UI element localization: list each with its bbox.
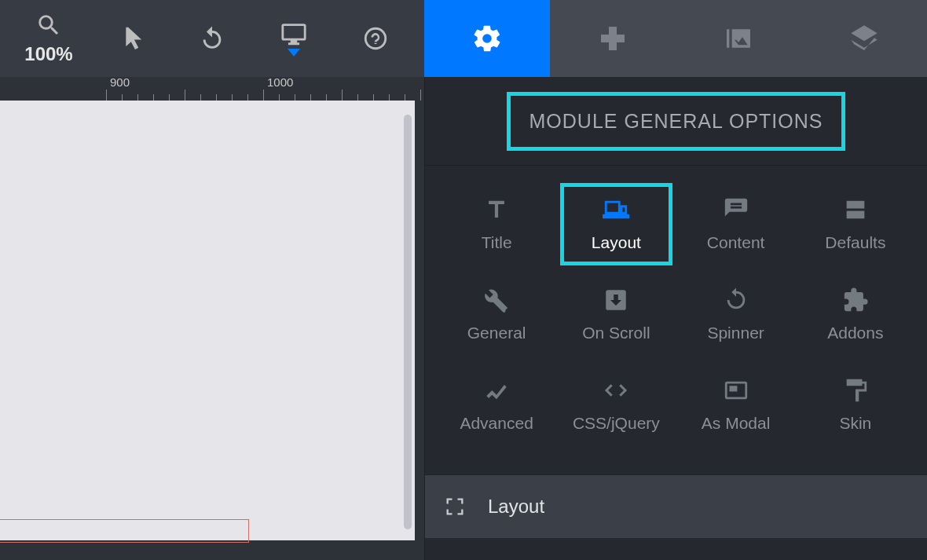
cursor-icon (117, 25, 144, 52)
option-asmodal[interactable]: As Modal (680, 364, 792, 446)
defaults-icon (842, 196, 869, 223)
sync-icon (723, 287, 749, 313)
layers-icon (848, 23, 880, 54)
ruler-mark: 900 (110, 75, 130, 89)
selection-rect[interactable] (0, 519, 249, 543)
top-toolbar: 100% (0, 0, 927, 77)
option-label: Defaults (825, 233, 885, 252)
undo-tool[interactable] (181, 0, 244, 77)
tab-navigation[interactable] (550, 0, 676, 77)
zoom-level-label: 100% (24, 43, 72, 65)
options-grid: Title Layout Content Defaults General On… (425, 166, 927, 475)
ruler-mark: 1000 (267, 75, 293, 89)
option-label: Spinner (707, 324, 764, 342)
polyline-icon (483, 377, 510, 404)
cursor-tool[interactable] (99, 0, 162, 77)
slides-icon (723, 23, 754, 54)
title-icon (483, 196, 510, 223)
paint-icon (842, 377, 869, 404)
option-onscroll[interactable]: On Scroll (560, 273, 672, 356)
puzzle-icon (842, 287, 869, 313)
canvas-scrollbar[interactable] (404, 115, 412, 529)
panel-header: MODULE GENERAL OPTIONS (425, 77, 927, 166)
search-icon (35, 12, 62, 38)
help-tool[interactable] (344, 0, 407, 77)
toolbar-left-group: 100% (0, 0, 424, 77)
layout-icon (603, 196, 629, 223)
option-content[interactable]: Content (680, 183, 792, 265)
chevron-down-icon (288, 49, 300, 57)
modal-icon (723, 377, 749, 404)
option-general[interactable]: General (441, 273, 552, 356)
panel-title: MODULE GENERAL OPTIONS (507, 92, 846, 151)
option-label: Skin (839, 414, 871, 433)
option-spinner[interactable]: Spinner (680, 273, 792, 356)
monitor-icon (280, 20, 307, 47)
canvas[interactable] (0, 101, 415, 540)
help-icon (362, 25, 389, 52)
option-label: On Scroll (582, 324, 650, 342)
option-label: Advanced (460, 414, 533, 433)
canvas-panel: 900 1000 (0, 77, 424, 560)
main-area: 900 1000 (0, 77, 927, 560)
dpad-icon (597, 23, 628, 54)
option-advanced[interactable]: Advanced (441, 364, 552, 446)
tab-layers[interactable] (801, 0, 927, 77)
option-addons[interactable]: Addons (800, 273, 911, 356)
download-icon (603, 287, 629, 313)
option-cssjquery[interactable]: CSS/jQuery (560, 364, 672, 446)
right-panel: MODULE GENERAL OPTIONS Title Layout Cont… (424, 77, 927, 560)
option-label: Layout (592, 233, 641, 252)
option-label: General (467, 324, 526, 342)
option-label: Title (482, 233, 512, 252)
tab-slides[interactable] (676, 0, 801, 77)
panel-footer-bar[interactable]: Layout (425, 475, 927, 538)
tab-settings[interactable] (424, 0, 550, 77)
option-label: As Modal (702, 414, 771, 433)
option-label: Content (707, 233, 765, 252)
undo-icon (199, 25, 225, 52)
horizontal-ruler: 900 1000 (0, 77, 424, 101)
toolbar-right-tabs (424, 0, 927, 77)
option-label: CSS/jQuery (573, 414, 660, 433)
code-icon (603, 377, 629, 404)
gear-icon (471, 23, 503, 54)
option-layout[interactable]: Layout (560, 183, 672, 265)
wrench-icon (483, 287, 510, 313)
display-tool[interactable] (262, 0, 325, 77)
content-icon (723, 196, 749, 223)
option-defaults[interactable]: Defaults (800, 183, 911, 265)
footer-label: Layout (488, 496, 544, 518)
option-skin[interactable]: Skin (800, 364, 911, 446)
expand-icon (444, 496, 466, 518)
option-title[interactable]: Title (441, 183, 552, 265)
zoom-tool[interactable]: 100% (17, 0, 80, 77)
option-label: Addons (827, 324, 883, 342)
